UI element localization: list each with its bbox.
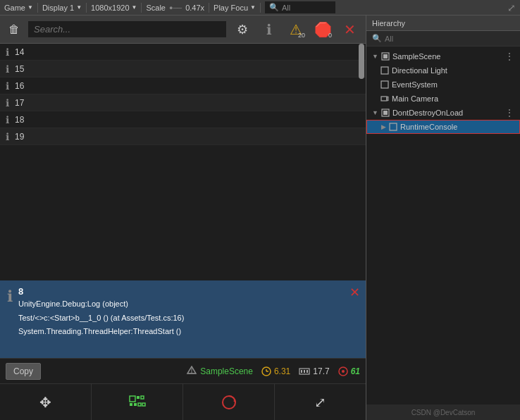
hierarchy-search: 🔍 xyxy=(366,31,520,47)
log-entry-15[interactable]: ℹ 15 xyxy=(0,61,366,78)
grid-tool-button[interactable] xyxy=(92,384,183,420)
separator-2 xyxy=(86,3,87,13)
warning-count: 20 xyxy=(298,32,305,39)
info-filter-button[interactable]: ℹ xyxy=(259,19,280,40)
gameobject-icon xyxy=(380,66,389,75)
tree-label-samplescene: SampleScene xyxy=(392,52,441,61)
svg-rect-23 xyxy=(381,67,388,74)
play-focus[interactable]: Play Focu ▼ xyxy=(213,4,256,12)
detail-line1: UnityEngine.Debug:Log (object) xyxy=(18,298,359,311)
log-entry-16[interactable]: ℹ 16 xyxy=(0,78,366,94)
hierarchy-tree: ▼ SampleScene ⋮ Directional Light xyxy=(366,47,520,404)
log-entry-18[interactable]: ℹ 18 xyxy=(0,111,366,128)
gameobject-icon xyxy=(381,109,390,117)
tree-item-directional-light[interactable]: Directional Light xyxy=(366,63,520,78)
detail-count: 8 xyxy=(18,286,359,297)
dont-destroy-menu-button[interactable]: ⋮ xyxy=(504,107,514,118)
console-go-icon xyxy=(389,123,397,131)
fps2-value: 17.7 xyxy=(313,366,329,376)
unity-logo-icon xyxy=(186,366,197,377)
game-tab[interactable]: Game ▼ xyxy=(4,4,33,12)
resolution-selector[interactable]: 1080x1920 ▼ xyxy=(91,4,137,12)
camera-icon xyxy=(380,94,389,103)
fps1-value: 6.31 xyxy=(274,366,290,376)
hierarchy-search-input[interactable] xyxy=(385,35,514,43)
svg-point-11 xyxy=(342,370,345,373)
error-filter-button-1[interactable]: 🛑 0 xyxy=(312,19,333,40)
svg-rect-29 xyxy=(390,123,397,130)
detail-line3: System.Threading.ThreadHelper:ThreadStar… xyxy=(18,326,359,338)
warning-filter-button[interactable]: ⚠ 20 xyxy=(285,19,307,40)
detail-close-button[interactable]: ✕ xyxy=(349,285,360,300)
search-icon: 🔍 xyxy=(372,34,382,43)
copy-button[interactable]: Copy xyxy=(6,363,41,380)
separator-4 xyxy=(209,3,209,13)
scale-control[interactable]: Scale ●── 0.47x xyxy=(146,4,204,12)
settings-button[interactable]: ⚙ xyxy=(232,19,253,40)
scene-menu-button[interactable]: ⋮ xyxy=(504,51,514,62)
hierarchy-panel: Hierarchy 🔍 ▼ SampleScene ⋮ xyxy=(366,16,520,420)
svg-rect-7 xyxy=(301,370,302,373)
svg-rect-13 xyxy=(137,396,140,399)
log-entry-17[interactable]: ℹ 17 xyxy=(0,94,366,111)
tree-collapse-arrow: ▼ xyxy=(372,53,378,60)
top-bar: Game ▼ Display 1 ▼ 1080x1920 ▼ Scale ●──… xyxy=(0,0,520,16)
svg-rect-15 xyxy=(130,403,132,406)
credit-text: CSDN @DevCatson xyxy=(411,409,476,416)
maximize-btn[interactable]: ⤢ xyxy=(507,2,516,13)
svg-rect-9 xyxy=(307,370,308,373)
svg-rect-28 xyxy=(383,111,388,115)
tree-item-dont-destroy[interactable]: ▼ DontDestroyOnLoad ⋮ xyxy=(366,106,520,120)
tree-item-main-camera[interactable]: Main Camera xyxy=(366,92,520,106)
fps2-status: 17.7 xyxy=(299,366,329,376)
close-icon: ✕ xyxy=(344,21,356,38)
tree-label-directional-light: Directional Light xyxy=(392,66,447,75)
svg-rect-12 xyxy=(130,396,135,402)
tree-item-samplescene[interactable]: ▼ SampleScene ⋮ xyxy=(366,49,520,63)
gameobject-icon xyxy=(380,80,389,89)
error-count-1: 0 xyxy=(328,32,332,39)
hierarchy-search-bar[interactable]: 🔍 All xyxy=(265,1,335,13)
log-warn-icon: ℹ xyxy=(6,97,9,109)
tree-label-dont-destroy: DontDestroyOnLoad xyxy=(392,109,463,117)
close-console-button[interactable]: ✕ xyxy=(339,19,360,40)
expand-icon: ⤢ xyxy=(314,394,326,411)
game-tab-arrow: ▼ xyxy=(27,4,33,11)
svg-rect-22 xyxy=(383,54,388,58)
console-panel: 🗑 ⚙ ℹ ⚠ 20 🛑 0 ✕ ℹ 14 xyxy=(0,16,366,420)
detail-line2: Test/<>c:<Start>b__1_0 () (at Assets/Tes… xyxy=(18,312,359,325)
tree-leaf-arrow: ▶ xyxy=(381,123,386,130)
separator-1 xyxy=(37,3,38,13)
tree-label-eventsystem: EventSystem xyxy=(392,80,438,89)
rotate-icon xyxy=(221,395,237,410)
display-selector[interactable]: Display 1 ▼ xyxy=(42,4,82,12)
tree-item-runtime-console[interactable]: ▶ RuntimeConsole xyxy=(366,120,520,134)
fps1-status: 6.31 xyxy=(261,366,290,376)
svg-rect-24 xyxy=(381,81,388,88)
separator-3 xyxy=(141,3,142,13)
log-entry-19[interactable]: ℹ 19 xyxy=(0,128,366,145)
svg-rect-8 xyxy=(304,370,305,373)
log-warn-icon: ℹ xyxy=(6,80,9,92)
log-warn-icon: ℹ xyxy=(6,63,9,75)
hierarchy-footer: CSDN @DevCatson xyxy=(366,404,520,420)
console-toolbar: 🗑 ⚙ ℹ ⚠ 20 🛑 0 ✕ xyxy=(0,16,366,44)
console-search-input[interactable] xyxy=(28,21,226,37)
clock-icon xyxy=(261,366,271,376)
rotate-tool-button[interactable] xyxy=(183,384,275,420)
detail-warn-icon: ℹ xyxy=(7,288,13,306)
console-log-list: ℹ 14 ℹ 15 ℹ 16 ℹ 17 ℹ 18 ℹ 19 xyxy=(0,44,366,280)
log-entry-14[interactable]: ℹ 14 xyxy=(0,44,366,61)
tree-item-eventsystem[interactable]: EventSystem xyxy=(366,78,520,92)
svg-rect-18 xyxy=(142,403,145,406)
svg-rect-14 xyxy=(141,396,144,399)
scrollbar-thumb[interactable] xyxy=(359,44,364,79)
move-tool-button[interactable]: ✥ xyxy=(0,384,92,420)
expand-tool-button[interactable]: ⤢ xyxy=(275,384,366,420)
svg-marker-26 xyxy=(387,97,388,101)
log-warn-icon: ℹ xyxy=(6,114,9,125)
clear-console-button[interactable]: 🗑 xyxy=(6,22,23,37)
fps3-value: 61 xyxy=(351,366,360,376)
separator-5 xyxy=(260,3,261,13)
tree-label-runtime-console: RuntimeConsole xyxy=(400,123,457,131)
